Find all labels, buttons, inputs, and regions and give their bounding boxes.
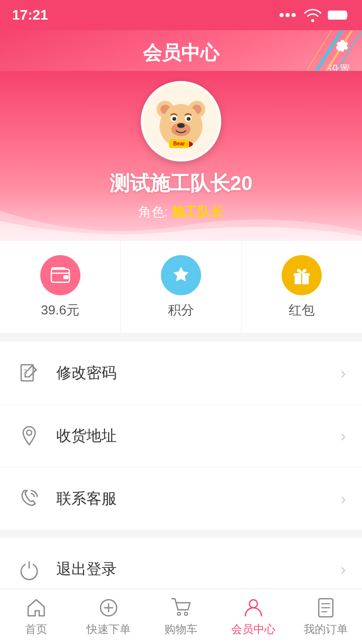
username: 测试施工队长20 xyxy=(110,170,253,197)
nav-quick-order[interactable]: 快速下单 xyxy=(72,589,145,644)
svg-point-23 xyxy=(187,117,191,121)
nav-home-label: 首页 xyxy=(25,622,47,637)
menu-section: 修改密码 › 收货地址 › 联系客服 › xyxy=(0,342,362,530)
svg-point-22 xyxy=(172,117,176,121)
customer-service-text: 联系客服 xyxy=(56,489,340,509)
plus-circle-icon xyxy=(98,597,120,619)
status-icons xyxy=(280,8,350,22)
change-password-text: 修改密码 xyxy=(56,363,340,383)
wifi-icon xyxy=(304,8,322,22)
nav-cart-label: 购物车 xyxy=(164,622,198,637)
location-icon-wrap xyxy=(16,423,42,449)
phone-icon xyxy=(18,488,40,510)
location-icon xyxy=(18,425,40,447)
svg-point-35 xyxy=(27,430,32,435)
logout-text: 退出登录 xyxy=(56,559,340,580)
status-bar: 17:21 xyxy=(0,0,362,30)
svg-rect-29 xyxy=(63,275,68,279)
svg-point-19 xyxy=(177,123,185,128)
arrow-icon-2: › xyxy=(340,490,346,508)
cart-icon xyxy=(170,597,192,619)
wallet-icon-wrap xyxy=(40,255,80,295)
stat-points[interactable]: 积分 xyxy=(121,241,241,333)
svg-point-40 xyxy=(185,612,188,615)
power-icon xyxy=(18,558,40,580)
edit-icon-wrap xyxy=(16,360,42,386)
stat-wallet[interactable]: 39.6元 xyxy=(0,241,121,333)
points-label: 积分 xyxy=(168,301,194,319)
nav-home[interactable]: 首页 xyxy=(0,589,72,644)
wallet-value: 39.6元 xyxy=(41,301,79,319)
signal-icon xyxy=(280,11,298,19)
svg-point-1 xyxy=(286,13,290,17)
nav-quick-order-label: 快速下单 xyxy=(86,622,131,637)
arrow-icon-1: › xyxy=(340,427,346,445)
wave-decoration xyxy=(0,211,362,241)
nav-cart[interactable]: 购物车 xyxy=(145,589,217,644)
bear-avatar-image: Bear xyxy=(143,83,219,159)
svg-point-2 xyxy=(292,13,296,17)
coupon-label: 红包 xyxy=(289,301,315,319)
star-icon xyxy=(170,264,192,286)
menu-item-address[interactable]: 收货地址 › xyxy=(0,405,362,467)
gift-icon-wrap xyxy=(282,255,322,295)
nav-member[interactable]: 会员中心 xyxy=(217,589,290,644)
profile-section: Bear 测试施工队长20 角色: 施工队长 xyxy=(0,71,362,241)
stats-row: 39.6元 积分 红包 xyxy=(0,241,362,334)
nav-member-label: 会员中心 xyxy=(231,622,276,637)
wallet-icon xyxy=(49,264,71,286)
star-icon-wrap xyxy=(161,255,201,295)
arrow-icon-logout: › xyxy=(340,560,346,579)
header-title: 会员中心 xyxy=(143,40,219,66)
svg-point-41 xyxy=(249,600,257,608)
svg-point-39 xyxy=(177,612,180,615)
svg-text:Bear: Bear xyxy=(173,141,185,146)
edit-icon xyxy=(18,362,40,384)
user-icon xyxy=(242,597,264,619)
header: 会员中心 设置 xyxy=(0,30,362,71)
header-top: 会员中心 设置 xyxy=(0,30,362,71)
menu-item-customer-service[interactable]: 联系客服 › xyxy=(0,467,362,530)
power-icon-wrap xyxy=(16,556,42,582)
avatar: Bear xyxy=(141,81,221,162)
nav-orders-label: 我的订单 xyxy=(304,622,348,637)
svg-point-0 xyxy=(280,13,284,17)
status-time: 17:21 xyxy=(12,7,48,23)
gear-icon xyxy=(327,35,352,60)
battery-icon xyxy=(328,10,350,21)
menu-item-change-password[interactable]: 修改密码 › xyxy=(0,342,362,405)
stat-coupon[interactable]: 红包 xyxy=(242,241,362,333)
gift-icon xyxy=(291,264,313,286)
arrow-icon-0: › xyxy=(340,364,346,382)
nav-orders[interactable]: 我的订单 xyxy=(290,589,362,644)
bottom-nav: 首页 快速下单 购物车 会员中心 我的订 xyxy=(0,589,362,644)
phone-icon-wrap xyxy=(16,486,42,512)
address-text: 收货地址 xyxy=(56,426,340,446)
settings-label: 设置 xyxy=(328,62,350,71)
home-icon xyxy=(25,597,47,619)
orders-icon xyxy=(315,597,337,619)
settings-button[interactable]: 设置 xyxy=(327,35,352,71)
